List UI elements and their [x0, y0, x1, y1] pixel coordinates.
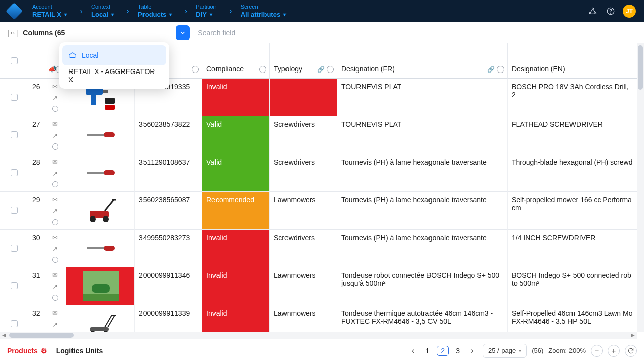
cell-main-image[interactable] — [66, 230, 135, 267]
cell-compliance[interactable]: Invalid — [202, 267, 270, 305]
row-actions[interactable]: ✉↗ — [44, 192, 66, 230]
cell-typology[interactable]: Lawnmowers — [270, 267, 337, 305]
row-number: 26 — [28, 79, 44, 116]
cell-typology[interactable] — [270, 79, 337, 116]
cell-compliance[interactable]: Valid — [202, 154, 270, 192]
cell-compliance[interactable]: Invalid — [202, 305, 270, 332]
open-icon[interactable]: ↗ — [52, 321, 58, 328]
breadcrumb-account[interactable]: Account RETAIL X▾ — [25, 0, 78, 22]
cell-compliance[interactable]: Invalid — [202, 230, 270, 267]
mail-icon[interactable]: ✉ — [52, 234, 58, 241]
row-actions[interactable]: ✉↗ — [44, 116, 66, 154]
page-prev-button[interactable]: ‹ — [408, 345, 419, 356]
mail-icon[interactable]: ✉ — [52, 158, 58, 166]
toolbar: |↔| Columns (65 Local RETAIL X - AGGREGA… — [0, 22, 644, 43]
view-selector-button[interactable] — [176, 25, 190, 40]
cell-designation-fr[interactable]: TOURNEVIS PLAT — [337, 116, 508, 154]
cell-main-image[interactable] — [66, 267, 135, 305]
cell-designation-en[interactable]: Self-Propelled 46cm 146cm3 Lawn Mo FX-RM… — [508, 305, 637, 332]
cell-ean[interactable]: 3560238565087 — [135, 192, 202, 230]
mail-icon[interactable]: ✉ — [52, 120, 58, 128]
cell-compliance[interactable]: Valid — [202, 116, 270, 154]
cell-typology[interactable]: Screwdrivers — [270, 116, 337, 154]
open-icon[interactable]: ↗ — [52, 94, 58, 102]
search-input[interactable] — [195, 25, 316, 40]
row-actions[interactable]: ✉↗ — [44, 305, 66, 332]
page-3[interactable]: 3 — [454, 347, 462, 355]
mail-icon[interactable]: ✉ — [52, 196, 58, 203]
col-header-typology[interactable]: Typology🔗 — [270, 43, 337, 79]
cell-main-image[interactable] — [66, 305, 135, 332]
row-actions[interactable]: ✉↗ — [44, 154, 66, 192]
cell-designation-en[interactable]: 1/4 INCH SCREWDRIVER — [508, 230, 637, 267]
row-checkbox[interactable] — [0, 154, 28, 192]
col-header-designation-fr[interactable]: Designation (FR)🔗 — [337, 43, 508, 79]
breadcrumb-screen[interactable]: Screen All attributes▾ — [234, 0, 297, 22]
refresh-button[interactable] — [625, 345, 637, 357]
row-actions[interactable]: ✉↗ — [44, 267, 66, 305]
mail-icon[interactable]: ✉ — [52, 271, 58, 279]
cell-designation-en[interactable]: FLATHEAD SCREWDRIVER — [508, 116, 637, 154]
cell-designation-fr[interactable]: Tournevis (PH) à lame hexagonale travers… — [337, 230, 508, 267]
tab-logistics[interactable]: Logitics Units — [56, 347, 103, 355]
cell-main-image[interactable] — [66, 192, 135, 230]
select-all-checkbox[interactable] — [11, 57, 18, 64]
cell-designation-en[interactable]: Through-blade hexagonal (PH) screwd — [508, 154, 637, 192]
open-icon[interactable]: ↗ — [52, 207, 58, 215]
tab-products[interactable]: Products ⚙ — [7, 347, 47, 355]
col-header-compliance[interactable]: Compliance — [202, 43, 270, 79]
cell-main-image[interactable] — [66, 154, 135, 192]
cell-designation-fr[interactable]: Tournevis (PH) à lame hexagonale travers… — [337, 192, 508, 230]
row-checkbox[interactable] — [0, 192, 28, 230]
breadcrumb-table[interactable]: Table Products▾ — [131, 0, 183, 22]
col-header-designation-en[interactable]: Designation (EN) — [508, 43, 637, 79]
row-actions[interactable]: ✉↗ — [44, 230, 66, 267]
row-checkbox[interactable] — [0, 116, 28, 154]
cell-ean[interactable]: 2000099911339 — [135, 305, 202, 332]
cell-designation-fr[interactable]: Tondeuse robot connectée BOSCH Indego S+… — [337, 267, 508, 305]
cell-ean[interactable]: 3560238573822 — [135, 116, 202, 154]
row-checkbox[interactable] — [0, 267, 28, 305]
cell-main-image[interactable] — [66, 116, 135, 154]
page-next-button[interactable]: › — [467, 345, 478, 356]
cell-designation-fr[interactable]: Tondeuse thermique autotractée 46cm 146c… — [337, 305, 508, 332]
zoom-in-button[interactable]: + — [608, 345, 620, 357]
row-checkbox[interactable] — [0, 79, 28, 116]
horizontal-scrollbar[interactable]: ◀▶ — [0, 332, 637, 339]
open-icon[interactable]: ↗ — [52, 245, 58, 253]
cell-designation-en[interactable]: BOSCH PRO 18V 3Ah Cordless Drill, 2 — [508, 79, 637, 116]
cell-ean[interactable]: 3511290108637 — [135, 154, 202, 192]
mail-icon[interactable]: ✉ — [52, 83, 58, 90]
cell-ean[interactable]: 2000099911346 — [135, 267, 202, 305]
context-option-local[interactable]: Local — [62, 45, 166, 65]
cell-compliance[interactable]: Recommended — [202, 192, 270, 230]
cell-designation-fr[interactable]: Tournevis (PH) à lame hexagonale travers… — [337, 154, 508, 192]
page-1[interactable]: 1 — [424, 347, 432, 355]
row-checkbox[interactable] — [0, 230, 28, 267]
context-option-aggregator[interactable]: RETAIL X - AGGREGATOR X — [62, 65, 166, 86]
breadcrumb-partition[interactable]: Partition DIY▾ — [189, 0, 227, 22]
cell-designation-en[interactable]: Self-propelled mower 166 cc Performa cm — [508, 192, 637, 230]
breadcrumb-context[interactable]: Context Local▾ — [84, 0, 125, 22]
open-icon[interactable]: ↗ — [52, 170, 58, 177]
row-checkbox[interactable] — [0, 305, 28, 332]
cell-designation-en[interactable]: BOSCH Indego S+ 500 connected rob to 500… — [508, 267, 637, 305]
cell-typology[interactable]: Screwdrivers — [270, 154, 337, 192]
share-icon[interactable] — [587, 5, 599, 17]
cell-compliance[interactable]: Invalid — [202, 79, 270, 116]
cell-typology[interactable]: Lawnmowers — [270, 305, 337, 332]
open-icon[interactable]: ↗ — [52, 132, 58, 139]
page-2[interactable]: 2 — [437, 346, 449, 356]
zoom-out-button[interactable]: − — [591, 345, 603, 357]
open-icon[interactable]: ↗ — [52, 283, 58, 291]
cell-typology[interactable]: Screwdrivers — [270, 230, 337, 267]
mail-icon[interactable]: ✉ — [52, 309, 58, 317]
page-size-select[interactable]: 25 / page▾ — [483, 344, 527, 358]
cell-designation-fr[interactable]: TOURNEVIS PLAT — [337, 79, 508, 116]
cell-typology[interactable]: Lawnmowers — [270, 192, 337, 230]
footer-bar: Products ⚙ Logitics Units ‹ 1 2 3 › 25 /… — [0, 339, 644, 362]
user-avatar[interactable]: JT — [623, 5, 636, 18]
vertical-scrollbar[interactable] — [637, 43, 644, 332]
cell-ean[interactable]: 3499550283273 — [135, 230, 202, 267]
help-icon[interactable] — [605, 5, 617, 17]
